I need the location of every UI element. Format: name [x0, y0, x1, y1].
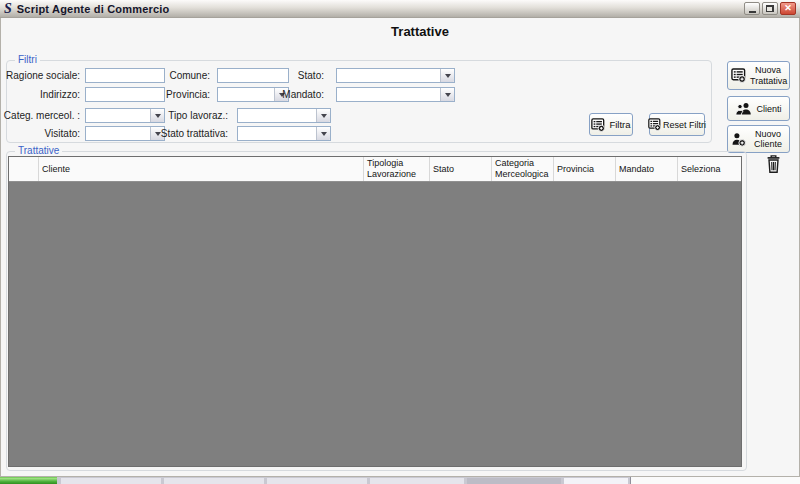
minimize-icon [749, 11, 756, 13]
titlebar: S Script Agente di Commercio ✕ [0, 0, 800, 18]
app-window: S Script Agente di Commercio ✕ Trattativ… [0, 0, 800, 477]
mandato-label: Mandato: [262, 87, 324, 102]
tipo-lavoraz-combobox[interactable] [237, 108, 331, 123]
grid-header-mandato[interactable]: Mandato [616, 157, 678, 181]
ragione-sociale-label: Ragione sociale: [2, 68, 80, 83]
taskbar-buttons-area [57, 477, 631, 484]
start-button[interactable] [0, 477, 57, 484]
tipo-lavoraz-label: Tipo lavoraz.: [155, 108, 228, 123]
delete-trash-button[interactable] [762, 152, 784, 176]
grid-header-categoria-merceologica[interactable]: Categoria Merceologica [492, 157, 554, 181]
trattative-groupbox-label: Trattative [15, 145, 62, 156]
minimize-button[interactable] [744, 2, 760, 15]
app-logo-icon: S [4, 2, 12, 15]
nuovo-cliente-button-label: Nuovo Cliente [750, 129, 786, 150]
restore-icon [766, 5, 774, 12]
screen: S Script Agente di Commercio ✕ Trattativ… [0, 0, 800, 484]
restore-button[interactable] [762, 2, 778, 15]
taskbar-button[interactable] [370, 478, 464, 484]
grid-header-tipologia-lavorazione[interactable]: Tipologia Lavorazione [364, 157, 430, 181]
stato-trattativa-label: Stato trattativa: [153, 126, 228, 141]
new-list-icon [731, 68, 746, 83]
taskbar-button[interactable] [267, 478, 367, 484]
filter-list-icon [648, 118, 661, 131]
stato-label: Stato: [262, 68, 324, 83]
grid-header-row-selector [9, 157, 39, 181]
trash-icon [765, 154, 782, 174]
comune-label: Comune: [148, 68, 210, 83]
filtra-button-label: Filtra [609, 119, 630, 130]
window-title: Script Agente di Commercio [17, 3, 170, 15]
grid-header-seleziona[interactable]: Seleziona [678, 157, 741, 181]
close-button[interactable]: ✕ [780, 2, 796, 15]
stato-dropdown-arrow-icon[interactable] [440, 69, 454, 82]
provincia-label: Provincia: [148, 87, 210, 102]
stato-trattativa-combobox[interactable] [237, 126, 331, 141]
tipo-lavoraz-dropdown-arrow-icon[interactable] [316, 109, 330, 122]
stato-combobox[interactable] [336, 68, 455, 83]
grid-header-stato[interactable]: Stato [430, 157, 492, 181]
categ-merceol-label: Categ. merceol. : [0, 108, 80, 123]
stato-trattativa-dropdown-arrow-icon[interactable] [316, 127, 330, 140]
trattative-grid[interactable]: Cliente Tipologia Lavorazione Stato Cate… [8, 156, 742, 467]
taskbar-button[interactable] [61, 478, 161, 484]
clienti-button[interactable]: Clienti [727, 96, 790, 121]
nuova-trattativa-button-label: Nuova Trattativa [750, 65, 786, 86]
filter-list-icon [591, 118, 605, 132]
mandato-combobox[interactable] [336, 87, 455, 102]
nuova-trattativa-button[interactable]: Nuova Trattativa [727, 61, 790, 90]
reset-filtri-button[interactable]: Reset Filtri [649, 113, 705, 136]
grid-header-row: Cliente Tipologia Lavorazione Stato Cate… [9, 157, 741, 182]
filtra-button[interactable]: Filtra [589, 113, 633, 136]
clienti-button-label: Clienti [756, 104, 781, 114]
close-icon: ✕ [784, 4, 792, 13]
mandato-dropdown-arrow-icon[interactable] [440, 88, 454, 101]
titlebar-buttons: ✕ [744, 2, 796, 15]
page-title: Trattative [391, 24, 449, 39]
people-icon [735, 102, 752, 116]
taskbar-button[interactable] [467, 478, 561, 484]
nuovo-cliente-button[interactable]: Nuovo Cliente [727, 125, 790, 153]
new-person-icon [731, 132, 746, 147]
taskbar-button[interactable] [164, 478, 264, 484]
indirizzo-label: Indirizzo: [2, 87, 80, 102]
taskbar-button[interactable] [564, 478, 628, 484]
taskbar [0, 477, 800, 484]
grid-header-provincia[interactable]: Provincia [554, 157, 616, 181]
grid-header-cliente[interactable]: Cliente [39, 157, 364, 181]
filters-groupbox-label: Filtri [15, 54, 40, 65]
visitato-label: Visitato: [2, 126, 80, 141]
reset-filtri-button-label: Reset Filtri [663, 120, 706, 130]
categ-merceol-combobox[interactable] [85, 108, 165, 123]
